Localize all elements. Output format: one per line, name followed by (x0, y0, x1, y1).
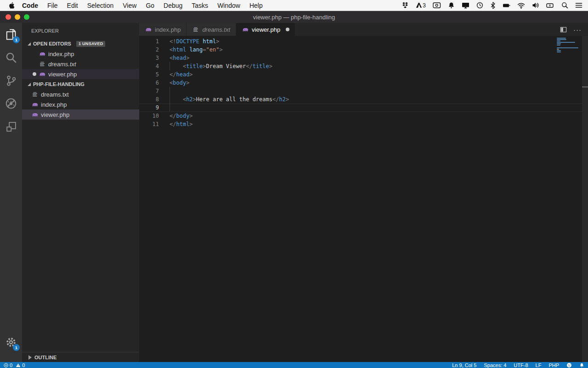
battery-icon[interactable] (503, 2, 510, 9)
apple-menu-icon[interactable] (8, 2, 15, 9)
menu-go[interactable]: Go (141, 2, 159, 9)
tab-bar: index.phpdreams.txtviewer.php ··· (139, 23, 588, 36)
cursor-position-marker (582, 86, 588, 87)
menu-selection[interactable]: Selection (83, 2, 119, 9)
line-content: </head> (170, 70, 193, 79)
folder-header[interactable]: PHP-FILE-HANDLING (22, 79, 139, 89)
php-file-icon (31, 101, 39, 108)
dropbox-icon[interactable] (401, 2, 409, 9)
unsaved-badge: 1 UNSAVED (76, 41, 106, 47)
scrollbar-overview-ruler[interactable] (582, 36, 588, 362)
code-line: 2<html lang="en"> (139, 46, 588, 54)
file-dreams.txt[interactable]: dreams.txt (22, 89, 139, 99)
file-name: dreams.txt (48, 61, 76, 68)
code-line: 5</head> (139, 70, 588, 79)
indentation[interactable]: Spaces: 4 (484, 362, 506, 368)
activity-bar: 1 1 (0, 23, 22, 362)
line-content: <!DOCTYPE html> (170, 37, 219, 46)
feedback-smiley-icon[interactable] (566, 362, 572, 368)
menu-tasks[interactable]: Tasks (187, 2, 213, 9)
vscode-window: viewer.php — php-file-handling 1 1 (0, 11, 588, 368)
notifications-bell-icon[interactable] (579, 362, 584, 368)
line-content: </body> (170, 112, 193, 120)
notification-center-icon[interactable] (575, 2, 582, 8)
spotlight-search-icon[interactable] (561, 2, 568, 9)
folder-label: PHP-FILE-HANDLING (33, 81, 85, 87)
tab-viewer.php[interactable]: viewer.php (236, 23, 295, 36)
file-name: viewer.php (48, 71, 77, 78)
wifi-icon[interactable] (517, 2, 525, 9)
window-title-bar[interactable]: viewer.php — php-file-handling (0, 11, 588, 23)
indent-guide (170, 95, 170, 104)
eol-sequence[interactable]: LF (536, 362, 542, 368)
language-mode[interactable]: PHP (548, 362, 559, 368)
more-actions-icon[interactable]: ··· (573, 26, 582, 34)
line-number: 7 (139, 87, 159, 95)
tab-label: index.php (155, 26, 181, 33)
menu-help[interactable]: Help (245, 2, 267, 9)
code-lines: 1<!DOCTYPE html>2<html lang="en">3<head>… (139, 36, 588, 128)
screen-record-icon[interactable] (433, 2, 441, 9)
problems-indicator[interactable]: 0 0 (4, 362, 25, 368)
error-count: 0 (10, 362, 12, 368)
chevron-collapsed-icon (28, 355, 32, 360)
menubar-status-icons: 3 (401, 2, 582, 9)
minimap-line (557, 49, 559, 50)
bluetooth-icon[interactable] (490, 2, 496, 9)
menubar-items: CodeFileEditSelectionViewGoDebugTasksWin… (17, 2, 267, 9)
file-name: dreams.txt (41, 91, 69, 98)
settings-gear-button[interactable]: 1 (0, 331, 22, 354)
encoding[interactable]: UTF-8 (514, 362, 528, 368)
warning-count: 0 (22, 362, 25, 368)
file-name: viewer.php (41, 111, 69, 118)
source-control-activity-button[interactable] (0, 69, 22, 92)
file-viewer.php[interactable]: viewer.php (22, 109, 139, 120)
menu-window[interactable]: Window (213, 2, 245, 9)
debug-activity-button[interactable] (0, 92, 22, 115)
bell-icon[interactable] (448, 2, 455, 9)
adobe-icon[interactable]: 3 (416, 2, 426, 9)
macos-menu-bar: CodeFileEditSelectionViewGoDebugTasksWin… (0, 0, 588, 11)
txt-file-icon (39, 60, 46, 68)
time-machine-icon[interactable] (476, 2, 483, 9)
cursor-position[interactable]: Ln 9, Col 5 (452, 362, 476, 368)
tab-bar-actions: ··· (560, 23, 588, 36)
menu-view[interactable]: View (118, 2, 141, 9)
indent-guide (170, 62, 170, 70)
explorer-activity-button[interactable]: 1 (0, 23, 22, 46)
modified-dot-icon[interactable] (286, 28, 289, 31)
battery-charge-icon[interactable] (546, 2, 554, 9)
line-content: </html> (170, 120, 193, 128)
extensions-activity-button[interactable] (0, 115, 22, 138)
menu-debug[interactable]: Debug (159, 2, 187, 9)
open-editor-index.php[interactable]: index.php (22, 49, 139, 59)
file-index.php[interactable]: index.php (22, 99, 139, 109)
open-editor-viewer.php[interactable]: viewer.php (22, 69, 139, 79)
menu-file[interactable]: File (43, 2, 62, 9)
code-editor[interactable]: 1<!DOCTYPE html>2<html lang="en">3<head>… (139, 36, 588, 362)
php-file-icon (242, 26, 249, 33)
minimap[interactable] (557, 38, 581, 53)
open-editors-header[interactable]: OPEN EDITORS 1 UNSAVED (22, 39, 139, 49)
search-activity-button[interactable] (0, 46, 22, 69)
sidebar-title: EXPLORER (22, 23, 139, 39)
display-icon[interactable] (462, 2, 469, 9)
split-editor-icon[interactable] (560, 26, 567, 33)
tab-dreams.txt[interactable]: dreams.txt (187, 23, 236, 36)
line-content: <body> (170, 79, 189, 87)
volume-icon[interactable] (532, 2, 539, 9)
menu-code[interactable]: Code (17, 2, 43, 9)
open-editor-dreams.txt[interactable]: dreams.txt (22, 59, 139, 69)
minimap-line (557, 39, 566, 40)
tab-bar-tabs: index.phpdreams.txtviewer.php (139, 23, 295, 36)
menu-edit[interactable]: Edit (62, 2, 83, 9)
code-line: 3<head> (139, 54, 588, 62)
line-number: 1 (139, 37, 159, 46)
minimap-line (557, 42, 575, 43)
file-name: index.php (48, 51, 74, 58)
code-line: 1<!DOCTYPE html> (139, 37, 588, 46)
line-number: 10 (139, 112, 159, 120)
outline-header[interactable]: OUTLINE (22, 352, 139, 362)
folder-file-list: dreams.txtindex.phpviewer.php (22, 89, 139, 120)
tab-index.php[interactable]: index.php (139, 23, 187, 36)
